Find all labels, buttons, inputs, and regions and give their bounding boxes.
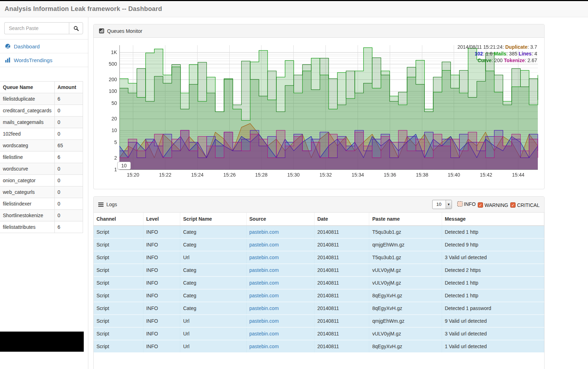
log-cell: Detected 2 https	[442, 264, 544, 276]
log-cell: Url	[180, 327, 246, 340]
logs-panel: Logs 10 ▼ INFO✓WARNING✓CRITICAL ChannelL…	[93, 196, 545, 369]
queue-amount-cell: 6	[54, 93, 83, 105]
log-row: ScriptINFOUrlpastebin.com201408118qEgyXv…	[94, 340, 544, 352]
log-cell: Categ	[180, 264, 246, 276]
page-size-select[interactable]: 10 ▼	[432, 200, 452, 209]
queue-row: Shortlinestokenize0	[0, 210, 83, 221]
source-link[interactable]: pastebin.com	[249, 242, 279, 248]
log-cell: qmjgEhWm.gz	[369, 238, 442, 251]
bar-chart-icon	[5, 57, 11, 63]
queue-row: filelistindexer0	[0, 198, 83, 210]
legend-series-name: Tokenize	[504, 58, 525, 63]
log-cell: INFO	[143, 315, 180, 327]
log-cell: Url	[180, 315, 246, 327]
search-input[interactable]	[4, 22, 69, 34]
log-cell: Script	[94, 226, 143, 238]
queue-name-cell: 102feed	[0, 128, 54, 140]
log-cell: Categ	[180, 226, 246, 238]
log-cell: Url	[180, 251, 246, 264]
log-cell: T5qu3ub1.gz	[369, 226, 442, 238]
source-link[interactable]: pastebin.com	[249, 344, 279, 349]
log-cell: Detected 1 http	[442, 289, 544, 302]
source-link[interactable]: pastebin.com	[249, 229, 279, 235]
log-cell: Script	[94, 340, 143, 352]
bar-chart-panel-icon	[99, 28, 104, 34]
queue-row: wordscateg65	[0, 140, 83, 151]
log-cell: Categ	[180, 302, 246, 315]
legend-series-name: 102	[475, 51, 483, 56]
legend-text: 2014/08/11 15:21:24:	[458, 44, 505, 50]
checkbox-checked-icon[interactable]: ✓	[510, 202, 516, 208]
log-cell: vULV0yjM.gz	[369, 264, 442, 276]
logs-title: Logs	[106, 202, 117, 207]
log-cell: 20140811	[314, 315, 369, 327]
log-row: ScriptINFOUrlpastebin.com20140811T5qu3ub…	[94, 251, 544, 264]
legend-text: : 3.7	[528, 44, 537, 50]
log-row: ScriptINFOCategpastebin.com201408118qEgy…	[94, 289, 544, 302]
log-cell: Detected 9 http	[442, 238, 544, 251]
log-cell: Detected 1 http	[442, 226, 544, 238]
logs-column-header: Source	[246, 213, 314, 226]
queue-row: creditcard_categcards0	[0, 105, 83, 117]
logs-column-header: Channel	[94, 213, 143, 226]
queue-amount-cell: 0	[54, 210, 83, 221]
queue-name-cell: wordscurve	[0, 163, 54, 175]
queue-table: Queue Name Amount filelistduplicate6cred…	[0, 81, 83, 233]
filter-critical[interactable]: ✓CRITICAL	[510, 202, 540, 208]
queue-name-cell: web_categurls	[0, 186, 54, 198]
source-link[interactable]: pastebin.com	[249, 318, 279, 324]
queue-amount-cell: 6	[54, 221, 83, 233]
source-link[interactable]: pastebin.com	[249, 255, 279, 260]
log-cell: INFO	[143, 226, 180, 238]
sidebar: Dashboard WordsTrendings Queue Name Amou…	[0, 17, 88, 369]
search-icon	[74, 26, 79, 31]
log-cell: INFO	[143, 340, 180, 352]
logs-table: ChannelLevelScript NameSourceDatePaste n…	[94, 213, 544, 352]
filter-info[interactable]: INFO	[457, 201, 476, 207]
logs-toolbar: 10 ▼ INFO✓WARNING✓CRITICAL	[432, 200, 540, 209]
queue-row: filelistduplicate6	[0, 93, 83, 105]
navbar: Analysis Information Leak framework -- D…	[0, 1, 588, 17]
log-row: ScriptINFOUrlpastebin.com20140811vULV0yj…	[94, 327, 544, 340]
log-cell: 20140811	[314, 289, 369, 302]
page-title: Analysis Information Leak framework -- D…	[0, 5, 162, 13]
log-cell: pastebin.com	[246, 251, 314, 264]
log-row: ScriptINFOCategpastebin.com201408118qEgy…	[94, 302, 544, 315]
log-cell: Script	[94, 238, 143, 251]
search-button[interactable]	[69, 22, 83, 34]
checkbox-unchecked-icon[interactable]	[457, 201, 463, 207]
log-cell: Script	[94, 264, 143, 276]
log-cell: Script	[94, 302, 143, 315]
log-cell: 8qEgyXvH.gz	[369, 302, 442, 315]
log-cell: 9 Valid url detected	[442, 315, 544, 327]
log-cell: vULV0yjM.gz	[369, 276, 442, 289]
log-cell: 20140811	[314, 238, 369, 251]
log-cell: pastebin.com	[246, 289, 314, 302]
log-cell: pastebin.com	[246, 238, 314, 251]
sidebar-item-dashboard[interactable]: Dashboard	[0, 40, 88, 53]
source-link[interactable]: pastebin.com	[249, 293, 279, 298]
log-cell: Script	[94, 251, 143, 264]
source-link[interactable]: pastebin.com	[249, 305, 279, 311]
chart-legend: 2014/08/11 15:21:24: Duplicate: 3.7102: …	[458, 44, 537, 64]
queues-monitor-heading: Queues Monitor	[94, 24, 544, 38]
queue-table-header-amount: Amount	[54, 82, 83, 93]
log-cell: Script	[94, 289, 143, 302]
source-link[interactable]: pastebin.com	[249, 280, 279, 286]
queue-row: onion_categtor0	[0, 175, 83, 186]
queue-name-cell: onion_categtor	[0, 175, 54, 186]
source-link[interactable]: pastebin.com	[249, 331, 279, 337]
log-row: ScriptINFOCategpastebin.com20140811vULV0…	[94, 276, 544, 289]
sidebar-item-wordstrendings[interactable]: WordsTrendings	[0, 53, 88, 67]
log-cell: pastebin.com	[246, 226, 314, 238]
filter-label: CRITICAL	[517, 202, 540, 208]
queue-name-cell: filelistline	[0, 151, 54, 163]
queue-row: web_categurls0	[0, 186, 83, 198]
filter-warning[interactable]: ✓WARNING	[478, 202, 508, 208]
chart-annotation-box[interactable]: 10	[117, 162, 131, 169]
source-link[interactable]: pastebin.com	[249, 267, 279, 273]
log-cell: 8qEgyXvH.gz	[369, 340, 442, 352]
log-row: ScriptINFOCategpastebin.com20140811vULV0…	[94, 264, 544, 276]
queue-name-cell: filelistattributes	[0, 221, 54, 233]
checkbox-checked-icon[interactable]: ✓	[478, 202, 483, 208]
